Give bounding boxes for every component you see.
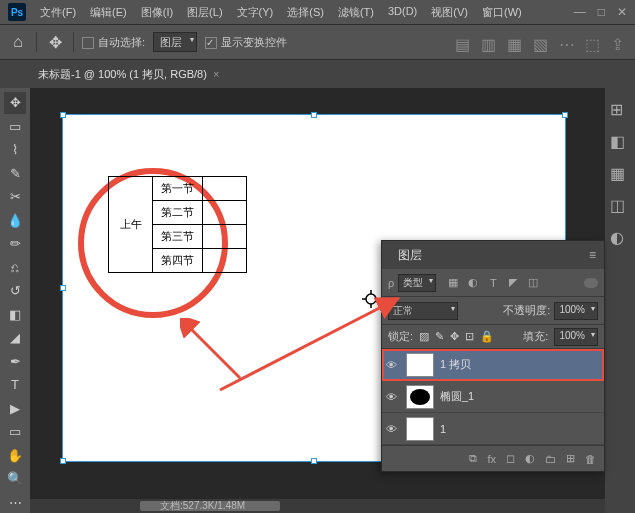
- lasso-tool[interactable]: ⌇: [4, 139, 26, 161]
- transform-handle[interactable]: [311, 112, 317, 118]
- layer-name[interactable]: 1 拷贝: [440, 357, 600, 372]
- delete-layer-icon[interactable]: 🗑: [585, 453, 596, 465]
- filter-shape-icon[interactable]: ◤: [506, 276, 520, 290]
- layer-row[interactable]: 👁椭圆_1: [382, 381, 604, 413]
- filter-type-icon[interactable]: T: [486, 276, 500, 290]
- align-icon[interactable]: ▥: [481, 35, 497, 49]
- path-select-tool[interactable]: ▶: [4, 398, 26, 420]
- lock-artboard-icon[interactable]: ⊡: [465, 330, 474, 343]
- layer-row[interactable]: 👁1: [382, 413, 604, 445]
- visibility-toggle-icon[interactable]: 👁: [386, 391, 400, 403]
- layer-thumbnail[interactable]: [406, 385, 434, 409]
- auto-select-option[interactable]: 自动选择:: [82, 35, 145, 50]
- layers-tab[interactable]: 图层: [390, 243, 430, 268]
- layer-style-icon[interactable]: fx: [487, 453, 496, 465]
- opacity-input[interactable]: 100%: [554, 302, 598, 320]
- titlebar: Ps 文件(F)编辑(E)图像(I)图层(L)文字(Y)选择(S)滤镜(T)3D…: [0, 0, 635, 24]
- share-icon[interactable]: ⇪: [611, 35, 627, 49]
- layer-mask-icon[interactable]: ◻: [506, 452, 515, 465]
- layer-name[interactable]: 1: [440, 423, 600, 435]
- libraries-panel-icon[interactable]: ◫: [610, 196, 630, 216]
- lock-position-icon[interactable]: ✥: [450, 330, 459, 343]
- document-tab[interactable]: 未标题-1 @ 100% (1 拷贝, RGB/8) ×: [30, 63, 227, 86]
- lock-transparency-icon[interactable]: ▨: [419, 330, 429, 343]
- new-layer-icon[interactable]: ⊞: [566, 452, 575, 465]
- layers-panel[interactable]: 图层 ≡ ρ 类型 ▦ ◐ T ◤ ◫ 正常 不透明度: 100% 锁定: ▨ …: [381, 240, 605, 472]
- adjustment-layer-icon[interactable]: ◐: [525, 452, 535, 465]
- shape-tool[interactable]: ▭: [4, 421, 26, 443]
- history-brush-tool[interactable]: ↺: [4, 280, 26, 302]
- menu-item[interactable]: 滤镜(T): [332, 3, 380, 22]
- move-tool-indicator[interactable]: ✥: [45, 32, 65, 52]
- show-transform-option[interactable]: 显示变换控件: [205, 35, 287, 50]
- auto-select-target-dropdown[interactable]: 图层: [153, 32, 197, 52]
- filter-pixel-icon[interactable]: ▦: [446, 276, 460, 290]
- search-icon[interactable]: ρ: [388, 277, 394, 289]
- histogram-panel-icon[interactable]: ⊞: [610, 100, 630, 120]
- eraser-tool[interactable]: ◧: [4, 304, 26, 326]
- layer-thumbnail[interactable]: [406, 417, 434, 441]
- filter-smart-icon[interactable]: ◫: [526, 276, 540, 290]
- align-icon[interactable]: ▧: [533, 35, 549, 49]
- window-controls: — □ ✕: [574, 5, 627, 19]
- layer-thumbnail[interactable]: [406, 353, 434, 377]
- lock-image-icon[interactable]: ✎: [435, 330, 444, 343]
- fill-input[interactable]: 100%: [554, 328, 598, 346]
- menu-item[interactable]: 窗口(W): [476, 3, 528, 22]
- edit-toolbar[interactable]: ⋯: [4, 492, 26, 514]
- home-icon[interactable]: ⌂: [8, 32, 28, 52]
- minimize-button[interactable]: —: [574, 5, 586, 19]
- type-tool[interactable]: T: [4, 374, 26, 396]
- menu-item[interactable]: 3D(D): [382, 3, 423, 22]
- tab-close-icon[interactable]: ×: [213, 68, 219, 80]
- blend-mode-dropdown[interactable]: 正常: [388, 302, 458, 320]
- quick-select-tool[interactable]: ✎: [4, 163, 26, 185]
- transform-handle[interactable]: [562, 112, 568, 118]
- menu-item[interactable]: 图层(L): [181, 3, 228, 22]
- transform-center-icon[interactable]: [362, 290, 380, 308]
- 3d-mode-icon[interactable]: ⬚: [585, 35, 601, 49]
- hand-tool[interactable]: ✋: [4, 445, 26, 467]
- transform-handle[interactable]: [60, 458, 66, 464]
- menu-item[interactable]: 文件(F): [34, 3, 82, 22]
- close-button[interactable]: ✕: [617, 5, 627, 19]
- clone-stamp-tool[interactable]: ⎌: [4, 257, 26, 279]
- panel-menu-icon[interactable]: ≡: [589, 248, 596, 262]
- align-icon[interactable]: ▤: [455, 35, 471, 49]
- swatches-panel-icon[interactable]: ▦: [610, 164, 630, 184]
- filter-toggle[interactable]: [584, 278, 598, 288]
- maximize-button[interactable]: □: [598, 5, 605, 19]
- filter-adjust-icon[interactable]: ◐: [466, 276, 480, 290]
- lock-all-icon[interactable]: 🔒: [480, 330, 494, 343]
- crop-tool[interactable]: ✂: [4, 186, 26, 208]
- panel-dock: ⊞ ◧ ▦ ◫ ◐: [605, 88, 635, 513]
- visibility-toggle-icon[interactable]: 👁: [386, 359, 400, 371]
- zoom-tool[interactable]: 🔍: [4, 468, 26, 490]
- marquee-tool[interactable]: ▭: [4, 116, 26, 138]
- move-tool[interactable]: ✥: [4, 92, 26, 114]
- color-panel-icon[interactable]: ◧: [610, 132, 630, 152]
- layer-row[interactable]: 👁1 拷贝: [382, 349, 604, 381]
- more-icon[interactable]: ⋯: [559, 35, 575, 49]
- menu-item[interactable]: 图像(I): [135, 3, 179, 22]
- align-icon[interactable]: ▦: [507, 35, 523, 49]
- link-layers-icon[interactable]: ⧉: [469, 452, 477, 465]
- layer-name[interactable]: 椭圆_1: [440, 389, 600, 404]
- menu-item[interactable]: 编辑(E): [84, 3, 133, 22]
- menu-item[interactable]: 视图(V): [425, 3, 474, 22]
- eyedropper-tool[interactable]: 💧: [4, 210, 26, 232]
- adjustments-panel-icon[interactable]: ◐: [610, 228, 630, 248]
- menu-item[interactable]: 选择(S): [281, 3, 330, 22]
- filter-kind-dropdown[interactable]: 类型: [398, 274, 436, 292]
- transform-handle[interactable]: [311, 458, 317, 464]
- gradient-tool[interactable]: ◢: [4, 327, 26, 349]
- menu-item[interactable]: 文字(Y): [231, 3, 280, 22]
- pen-tool[interactable]: ✒: [4, 351, 26, 373]
- visibility-toggle-icon[interactable]: 👁: [386, 423, 400, 435]
- layers-panel-header[interactable]: 图层 ≡: [382, 241, 604, 269]
- new-group-icon[interactable]: 🗀: [545, 453, 556, 465]
- separator: [73, 32, 74, 52]
- transform-handle[interactable]: [60, 112, 66, 118]
- brush-tool[interactable]: ✏: [4, 233, 26, 255]
- transform-handle[interactable]: [60, 285, 66, 291]
